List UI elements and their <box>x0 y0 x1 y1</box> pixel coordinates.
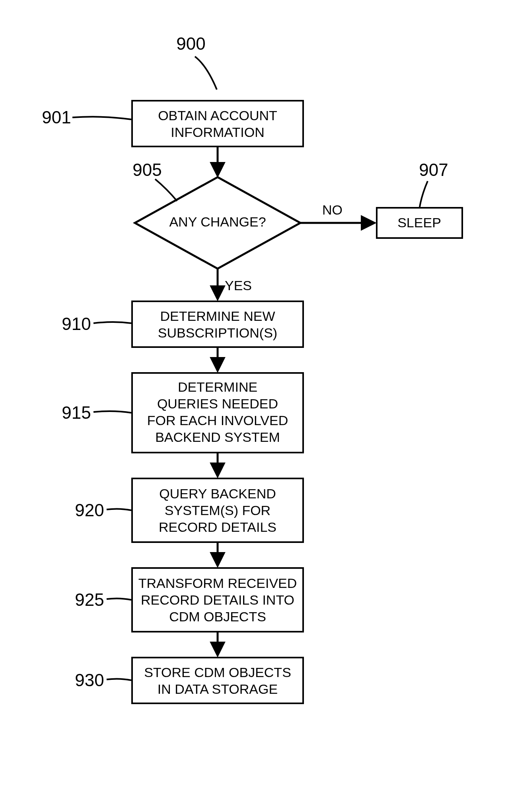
edge-no-label: NO <box>322 202 343 217</box>
decision-905-text: ANY CHANGE? <box>169 214 266 229</box>
ref-925: 925 <box>75 590 104 609</box>
ref-915: 915 <box>62 403 91 422</box>
step-910: DETERMINE NEW SUBSCRIPTION(S) 910 <box>62 301 303 347</box>
step-910-line1: DETERMINE NEW <box>160 308 275 324</box>
step-925-line1: TRANSFORM RECEIVED <box>138 576 297 591</box>
step-925-line3: CDM OBJECTS <box>169 609 266 624</box>
step-930-line2: IN DATA STORAGE <box>158 681 278 697</box>
step-915-line3: FOR EACH INVOLVED <box>147 413 288 428</box>
leader-910 <box>93 322 131 323</box>
step-920-line3: RECORD DETAILS <box>159 519 276 535</box>
leader-915 <box>93 411 131 413</box>
step-907: SLEEP 907 <box>377 160 462 238</box>
leader-920 <box>107 509 131 510</box>
step-920-line1: QUERY BACKEND <box>159 486 276 501</box>
leader-905 <box>155 179 177 201</box>
step-915-line1: DETERMINE <box>178 379 257 394</box>
step-901-line1: OBTAIN ACCOUNT <box>158 108 277 123</box>
figure-ref-leader <box>195 57 217 90</box>
step-920: QUERY BACKEND SYSTEM(S) FOR RECORD DETAI… <box>75 478 303 542</box>
ref-920: 920 <box>75 500 104 520</box>
step-925-line2: RECORD DETAILS INTO <box>141 592 294 607</box>
flowchart: 900 OBTAIN ACCOUNT INFORMATION 901 ANY C… <box>0 0 508 812</box>
ref-901: 901 <box>42 107 71 127</box>
leader-901 <box>72 117 131 119</box>
step-901-line2: INFORMATION <box>171 125 264 140</box>
step-901: OBTAIN ACCOUNT INFORMATION 901 <box>42 101 303 146</box>
edge-yes-label: YES <box>225 278 252 293</box>
leader-925 <box>107 598 131 600</box>
decision-905: ANY CHANGE? 905 <box>132 160 300 269</box>
leader-930 <box>107 679 131 680</box>
ref-905: 905 <box>132 160 162 180</box>
ref-907: 907 <box>419 160 448 180</box>
ref-930: 930 <box>75 670 104 690</box>
step-910-line2: SUBSCRIPTION(S) <box>158 325 277 340</box>
figure-ref: 900 <box>176 34 205 53</box>
step-925: TRANSFORM RECEIVED RECORD DETAILS INTO C… <box>75 568 303 632</box>
step-907-text: SLEEP <box>397 215 441 230</box>
step-930-line1: STORE CDM OBJECTS <box>144 665 291 680</box>
leader-907 <box>420 181 428 207</box>
step-930: STORE CDM OBJECTS IN DATA STORAGE 930 <box>75 658 303 703</box>
step-915-line2: QUERIES NEEDED <box>157 396 278 411</box>
step-920-line2: SYSTEM(S) FOR <box>165 503 271 518</box>
step-915-line4: BACKEND SYSTEM <box>155 429 280 445</box>
step-915: DETERMINE QUERIES NEEDED FOR EACH INVOLV… <box>62 373 303 453</box>
ref-910: 910 <box>62 314 91 334</box>
